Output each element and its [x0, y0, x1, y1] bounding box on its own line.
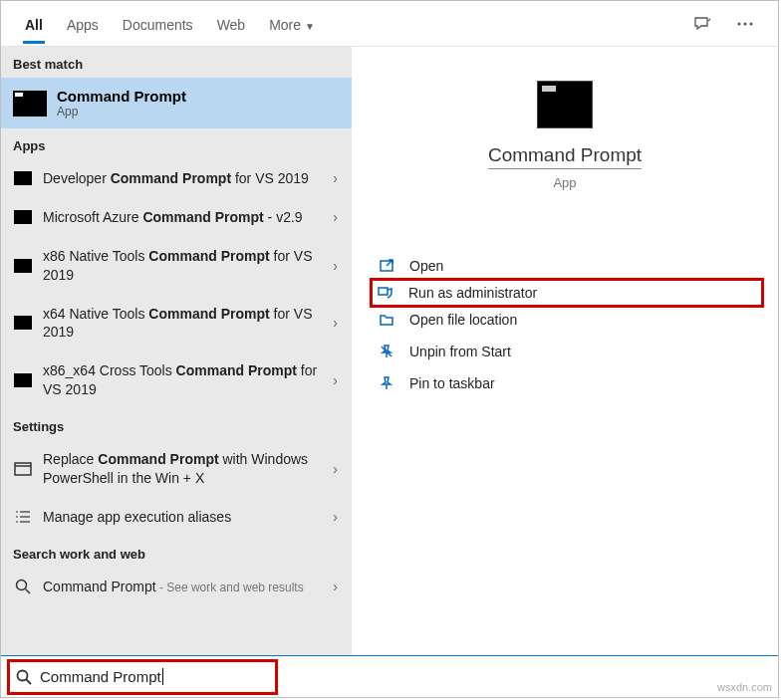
shield-icon — [375, 285, 396, 301]
search-icon — [16, 669, 32, 685]
web-result-label: Command Prompt - See work and web result… — [43, 578, 327, 596]
tab-documents[interactable]: Documents — [111, 5, 205, 43]
tab-apps[interactable]: Apps — [55, 5, 111, 43]
list-icon — [13, 509, 33, 525]
pin-icon — [376, 375, 397, 391]
settings-result[interactable]: Manage app execution aliases › — [1, 498, 352, 537]
app-result[interactable]: x86 Native Tools Command Prompt for VS 2… — [1, 237, 352, 295]
section-settings: Settings — [1, 409, 352, 440]
feedback-icon[interactable] — [680, 8, 724, 40]
tab-all[interactable]: All — [13, 5, 55, 43]
results-panel: Best match Command Prompt App Apps Devel… — [1, 47, 352, 655]
cmd-icon — [14, 373, 32, 387]
app-result-label: x64 Native Tools Command Prompt for VS 2… — [43, 305, 327, 343]
tab-more[interactable]: More▼ — [257, 5, 327, 43]
detail-title[interactable]: Command Prompt — [488, 144, 642, 169]
svg-point-0 — [738, 22, 741, 25]
app-result-label: x86 Native Tools Command Prompt for VS 2… — [43, 247, 327, 285]
svg-point-19 — [18, 670, 28, 680]
open-icon — [376, 258, 397, 274]
settings-result[interactable]: Replace Command Prompt with Windows Powe… — [1, 440, 352, 498]
app-result-label: Developer Command Prompt for VS 2019 — [43, 169, 327, 188]
chevron-right-icon[interactable]: › — [327, 170, 344, 186]
detail-subtitle: App — [372, 175, 758, 190]
chevron-right-icon[interactable]: › — [327, 579, 344, 594]
chevron-down-icon: ▼ — [305, 21, 315, 32]
tab-web[interactable]: Web — [205, 5, 258, 43]
cmd-icon — [14, 316, 32, 330]
action-open-file-location[interactable]: Open file location — [372, 304, 758, 336]
best-match-result[interactable]: Command Prompt App — [1, 78, 352, 128]
search-icon — [13, 579, 33, 594]
watermark: wsxdn.com — [717, 681, 772, 693]
filter-tabs: All Apps Documents Web More▼ — [1, 1, 778, 47]
app-result[interactable]: Developer Command Prompt for VS 2019 › — [1, 159, 352, 198]
settings-result-label: Replace Command Prompt with Windows Powe… — [43, 450, 327, 488]
app-large-icon — [537, 81, 593, 128]
best-match-subtitle: App — [57, 105, 186, 118]
detail-panel: Command Prompt App Open Run as administr… — [352, 47, 778, 655]
svg-point-2 — [750, 22, 753, 25]
chevron-right-icon[interactable]: › — [327, 209, 344, 225]
app-result[interactable]: Microsoft Azure Command Prompt - v2.9 › — [1, 198, 352, 237]
window-icon — [13, 461, 33, 477]
section-best-match: Best match — [1, 47, 352, 78]
settings-result-label: Manage app execution aliases — [43, 508, 327, 527]
svg-point-1 — [744, 22, 747, 25]
action-unpin-start[interactable]: Unpin from Start — [372, 336, 758, 367]
unpin-icon — [376, 344, 397, 359]
folder-icon — [376, 312, 397, 328]
app-result[interactable]: x86_x64 Cross Tools Command Prompt for V… — [1, 351, 352, 409]
action-label: Unpin from Start — [409, 344, 511, 359]
svg-line-20 — [27, 679, 32, 684]
action-label: Pin to taskbar — [409, 375, 495, 391]
cmd-icon — [14, 210, 32, 224]
web-result[interactable]: Command Prompt - See work and web result… — [1, 568, 352, 606]
more-options-icon[interactable] — [724, 9, 766, 39]
svg-point-11 — [17, 581, 27, 590]
best-match-title: Command Prompt — [57, 88, 186, 105]
cmd-icon — [14, 171, 32, 185]
app-result[interactable]: x64 Native Tools Command Prompt for VS 2… — [1, 295, 352, 352]
action-label: Open — [409, 258, 443, 274]
section-web: Search work and web — [1, 537, 352, 568]
chevron-right-icon[interactable]: › — [327, 372, 344, 388]
action-label: Open file location — [409, 312, 517, 328]
cmd-icon — [14, 259, 32, 273]
action-label: Run as administrator — [408, 285, 537, 301]
svg-rect-15 — [379, 288, 388, 295]
action-pin-taskbar[interactable]: Pin to taskbar — [372, 367, 758, 399]
search-bar[interactable]: Command Prompt — [1, 655, 778, 697]
app-result-label: x86_x64 Cross Tools Command Prompt for V… — [43, 361, 327, 399]
app-result-label: Microsoft Azure Command Prompt - v2.9 — [43, 208, 327, 227]
svg-line-12 — [26, 589, 31, 594]
cmd-icon — [13, 91, 47, 117]
chevron-right-icon[interactable]: › — [327, 315, 344, 331]
tab-more-label: More — [269, 17, 301, 33]
chevron-right-icon[interactable]: › — [327, 258, 344, 274]
search-input[interactable]: Command Prompt — [40, 668, 163, 685]
chevron-right-icon[interactable]: › — [327, 461, 344, 477]
svg-rect-3 — [15, 463, 31, 475]
chevron-right-icon[interactable]: › — [327, 509, 344, 525]
section-apps: Apps — [1, 128, 352, 159]
